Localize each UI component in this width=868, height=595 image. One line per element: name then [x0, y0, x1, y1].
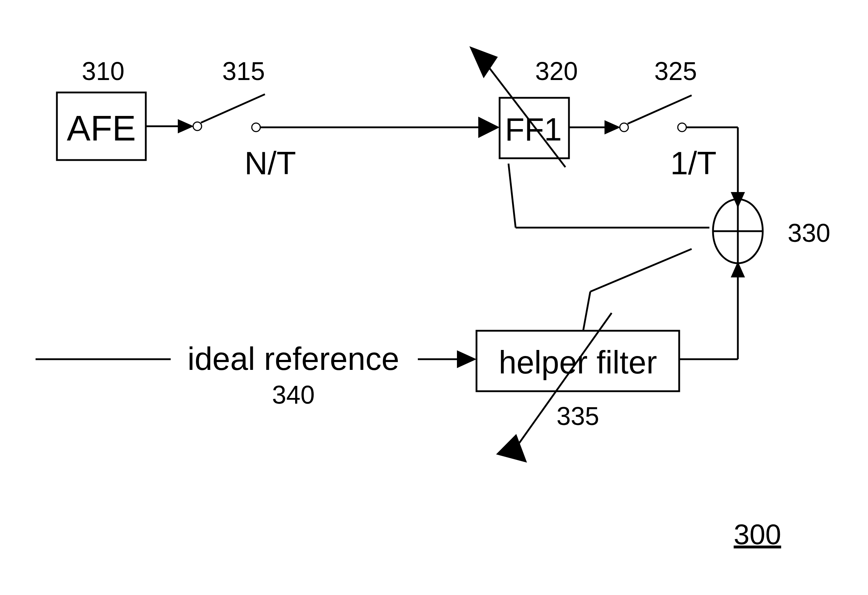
ideal-reference-ref: 340	[272, 381, 315, 409]
afe-label: AFE	[67, 108, 136, 148]
ff1-ref: 320	[535, 57, 578, 86]
switch-1-rate: N/T	[245, 145, 296, 181]
arrow-to-ff1	[478, 117, 500, 138]
ideal-reference-label: ideal reference	[187, 341, 399, 376]
arrow-into-helper	[457, 350, 477, 368]
ff1-label: FF1	[505, 112, 562, 147]
switch-1-ref: 315	[222, 57, 265, 86]
switch-2-ref: 325	[654, 57, 697, 86]
block-diagram: AFE 310 315 N/T FF1 320 325 1/T 330 help…	[0, 0, 868, 595]
svg-line-10	[508, 164, 515, 227]
switch-1-arm	[201, 94, 265, 123]
switch-2-right-terminal	[678, 123, 686, 131]
summer-ref: 330	[788, 219, 830, 247]
switch-1-right-terminal	[252, 123, 260, 131]
switch-2-arm	[627, 95, 692, 124]
helper-filter-ref: 335	[557, 402, 599, 430]
figure-ref: 300	[734, 518, 781, 550]
helper-adapt-arrowhead	[496, 430, 533, 463]
svg-line-12	[583, 292, 590, 331]
switch-2-left-terminal	[620, 123, 628, 131]
arrow-into-summer-bottom	[731, 261, 745, 278]
svg-marker-1	[178, 119, 194, 133]
svg-marker-4	[605, 120, 620, 134]
afe-ref: 310	[82, 57, 124, 86]
svg-line-11	[590, 249, 692, 292]
switch-1-left-terminal	[193, 122, 202, 130]
switch-2-rate: 1/T	[670, 145, 716, 181]
helper-filter-label: helper filter	[499, 345, 657, 380]
